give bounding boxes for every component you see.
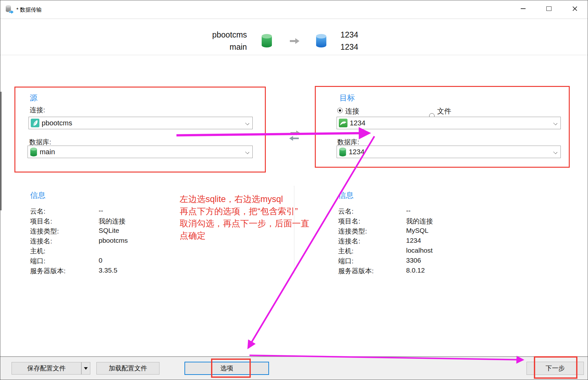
info-value: 3306 [406,257,421,266]
source-connection-label: 连接: [30,106,45,114]
source-connection-value: pbootcms [42,119,72,127]
info-label: 端口: [338,257,406,266]
header-target-database: 1234 [340,41,411,53]
sqlite-icon [31,119,39,127]
load-profile-button[interactable]: 加载配置文件 [96,362,159,375]
chevron-down-icon [246,122,249,125]
target-file-radio-label[interactable]: 文件 [437,106,451,116]
target-database-value: 1234 [349,148,364,156]
database-icon [30,147,37,157]
close-button[interactable] [568,2,582,15]
swap-direction-icon[interactable] [288,130,301,142]
mysql-icon [339,119,347,127]
info-value: 8.0.12 [406,266,425,276]
info-label: 云名: [30,207,99,217]
info-row: 端口: 0 [30,257,128,266]
annotation-line: 再点下方的选项，把“包含索引” [180,205,309,217]
info-row: 主机: [30,247,128,257]
chevron-down-icon [554,122,557,125]
options-button[interactable]: 选项 [184,362,269,375]
info-row: 主机: localhost [338,247,433,257]
minimize-icon [521,8,526,9]
source-database-dropdown[interactable]: main [28,146,253,158]
info-row: 端口: 3306 [338,257,433,266]
info-value: SQLite [99,227,119,237]
info-row: 云名: -- [30,207,128,217]
info-row: 云名: -- [338,207,433,217]
info-label: 云名: [338,207,406,217]
info-label: 主机: [338,247,406,257]
info-row: 项目名: 我的连接 [30,217,128,227]
next-label: 下一步 [546,364,565,373]
source-panel-title: 源 [30,93,37,103]
info-value: 1234 [406,237,421,247]
source-database-value: main [40,148,55,156]
header-target-names: 1234 1234 [340,29,411,53]
info-row: 连接名: pbootcms [30,237,128,247]
info-row: 连接类型: SQLite [30,227,128,237]
info-label: 连接类型: [30,227,99,237]
next-button[interactable]: 下一步 [527,362,584,375]
target-connection-value: 1234 [350,119,365,127]
target-info-table: 云名: -- 项目名: 我的连接 连接类型: MySQL 连接名: 1234 主… [338,207,433,276]
data-transfer-app-icon [4,4,14,14]
info-label: 服务器版本: [30,266,99,276]
source-database-label: 数据库: [29,138,51,147]
annotation-line: 左边选sqlite，右边选mysql [180,193,309,205]
source-info-title: 信息 [30,190,45,200]
info-label: 端口: [30,257,99,266]
annotation-line: 点确定 [180,230,309,242]
header-target-connection: 1234 [340,29,411,41]
info-label: 连接类型: [338,227,406,237]
close-icon [572,6,577,11]
info-row: 连接名: 1234 [338,237,433,247]
chevron-down-icon [246,150,249,154]
info-value: -- [99,207,103,217]
target-info-title: 信息 [338,190,354,200]
save-profile-dropdown-button[interactable] [81,362,90,375]
target-connection-dropdown[interactable]: 1234 [337,117,561,129]
save-profile-label: 保存配置文件 [27,364,66,373]
info-row: 服务器版本: 3.35.5 [30,266,128,276]
info-row: 项目名: 我的连接 [338,217,433,227]
info-value: 我的连接 [99,217,126,227]
info-value: localhost [406,247,433,257]
left-edge-artifact [0,92,2,210]
info-row: 服务器版本: 8.0.12 [338,266,433,276]
load-profile-label: 加载配置文件 [109,364,147,373]
save-profile-button[interactable]: 保存配置文件 [12,362,81,375]
options-label: 选项 [220,364,233,373]
info-label: 连接名: [30,237,99,247]
source-connection-dropdown[interactable]: pbootcms [29,117,253,129]
target-database-label: 数据库: [337,138,359,147]
info-value: MySQL [406,227,429,237]
maximize-icon [546,6,551,11]
source-panel-highlight-rect [14,87,266,173]
target-connection-radio[interactable] [337,108,343,113]
info-value: -- [406,207,411,217]
info-value: 3.35.5 [99,266,117,276]
transfer-direction-arrow-icon [289,38,300,45]
target-connection-radio-label[interactable]: 连接 [345,106,359,116]
info-value: 我的连接 [406,217,433,227]
info-label: 项目名: [338,217,406,227]
info-row: 连接类型: MySQL [338,227,433,237]
annotation-line: 取消勾选，再点下一步，后面一直 [180,217,309,230]
caret-down-icon [84,367,88,370]
info-label: 连接名: [338,237,406,247]
window-title: * 数据传输 [16,6,42,13]
header-source-connection: pbootcms [183,29,247,41]
header-source-names: pbootcms main [183,29,247,53]
database-icon [339,147,347,157]
maximize-button[interactable] [542,2,556,15]
target-database-dropdown[interactable]: 1234 [337,146,561,158]
header-source-database: main [183,41,247,53]
source-info-table: 云名: -- 项目名: 我的连接 连接类型: SQLite 连接名: pboot… [30,207,128,276]
minimize-button[interactable] [516,2,530,15]
info-label: 主机: [30,247,99,257]
source-database-icon [261,33,273,48]
arrow-to-target-connection [176,133,368,135]
info-value: pbootcms [99,237,128,247]
annotation-text: 左边选sqlite，右边选mysql 再点下方的选项，把“包含索引” 取消勾选，… [180,193,309,242]
info-label: 服务器版本: [338,266,406,276]
